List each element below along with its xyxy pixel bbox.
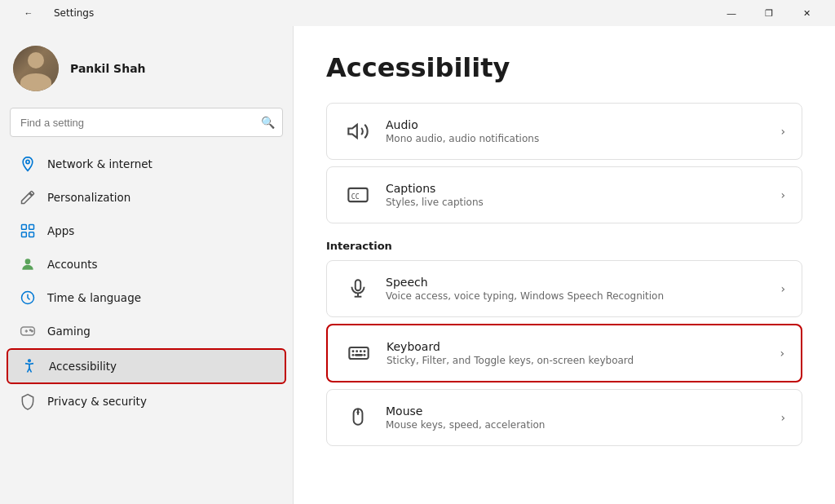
search-icon: 🔍 bbox=[261, 116, 275, 129]
sidebar-item-privacy[interactable]: Privacy & security bbox=[7, 385, 286, 418]
apps-icon bbox=[20, 223, 36, 239]
speech-icon bbox=[343, 274, 373, 303]
captions-icon: CC bbox=[343, 180, 373, 210]
settings-card-speech[interactable]: Speech Voice access, voice typing, Windo… bbox=[326, 260, 802, 317]
svg-rect-16 bbox=[356, 280, 361, 290]
main-content: Accessibility Audio Mono audio, audio no… bbox=[294, 26, 835, 504]
sidebar-item-label: Apps bbox=[47, 224, 74, 237]
keyboard-card-text: Keyboard Sticky, Filter, and Toggle keys… bbox=[387, 340, 770, 366]
titlebar: ← Settings — ❐ ✕ bbox=[0, 0, 835, 26]
page-title: Accessibility bbox=[326, 52, 802, 83]
settings-card-audio[interactable]: Audio Mono audio, audio notifications › bbox=[326, 103, 802, 160]
back-button[interactable]: ← bbox=[10, 0, 47, 26]
sidebar-item-label: Accounts bbox=[47, 258, 98, 271]
avatar-image bbox=[13, 46, 59, 91]
captions-card-title: Captions bbox=[386, 182, 771, 195]
mouse-icon bbox=[343, 403, 373, 432]
sidebar-item-accounts[interactable]: Accounts bbox=[7, 248, 286, 281]
chevron-right-icon: › bbox=[780, 347, 784, 360]
minimize-button[interactable]: — bbox=[713, 0, 750, 26]
search-box: 🔍 bbox=[10, 108, 283, 137]
network-icon bbox=[20, 156, 36, 172]
svg-rect-1 bbox=[22, 225, 27, 230]
sidebar-item-gaming[interactable]: Gaming bbox=[7, 315, 286, 347]
sidebar: Pankil Shah 🔍 Network & internet bbox=[0, 26, 294, 504]
titlebar-controls: — ❐ ✕ bbox=[713, 0, 825, 26]
svg-point-12 bbox=[29, 360, 31, 362]
maximize-button[interactable]: ❐ bbox=[750, 0, 788, 26]
mouse-card-text: Mouse Mouse keys, speed, acceleration bbox=[386, 405, 771, 431]
speech-card-text: Speech Voice access, voice typing, Windo… bbox=[386, 276, 771, 302]
svg-point-29 bbox=[356, 411, 359, 413]
chevron-right-icon: › bbox=[780, 188, 785, 201]
speech-card-subtitle: Voice access, voice typing, Windows Spee… bbox=[386, 290, 771, 302]
captions-card-text: Captions Styles, live captions bbox=[386, 182, 771, 208]
svg-text:CC: CC bbox=[351, 192, 360, 201]
sidebar-item-label: Accessibility bbox=[49, 360, 117, 373]
chevron-right-icon: › bbox=[780, 125, 785, 138]
settings-card-keyboard[interactable]: Keyboard Sticky, Filter, and Toggle keys… bbox=[326, 324, 802, 382]
svg-point-0 bbox=[26, 160, 29, 163]
accessibility-icon bbox=[21, 358, 38, 374]
svg-rect-19 bbox=[349, 347, 368, 359]
titlebar-left: ← Settings bbox=[10, 0, 94, 26]
user-section: Pankil Shah bbox=[0, 36, 293, 108]
sidebar-item-label: Personalization bbox=[47, 191, 130, 204]
sidebar-item-network[interactable]: Network & internet bbox=[7, 148, 286, 180]
personalization-icon bbox=[20, 189, 36, 206]
audio-icon bbox=[343, 117, 373, 146]
chevron-right-icon: › bbox=[780, 411, 785, 424]
settings-card-captions[interactable]: CC Captions Styles, live captions › bbox=[326, 166, 802, 223]
svg-rect-2 bbox=[29, 225, 34, 230]
titlebar-title: Settings bbox=[54, 7, 94, 19]
sidebar-item-label: Time & language bbox=[47, 291, 141, 304]
sidebar-item-label: Network & internet bbox=[47, 157, 152, 170]
nav-items: Network & internet Personalization bbox=[0, 147, 293, 494]
svg-rect-3 bbox=[22, 232, 27, 237]
sidebar-item-apps[interactable]: Apps bbox=[7, 214, 286, 247]
gaming-icon bbox=[20, 323, 36, 339]
keyboard-card-subtitle: Sticky, Filter, and Toggle keys, on-scre… bbox=[387, 355, 770, 366]
avatar bbox=[13, 46, 59, 91]
svg-marker-13 bbox=[348, 125, 357, 138]
audio-card-text: Audio Mono audio, audio notifications bbox=[386, 118, 771, 144]
privacy-icon bbox=[20, 393, 36, 409]
keyboard-card-title: Keyboard bbox=[387, 340, 770, 353]
sidebar-item-label: Gaming bbox=[47, 325, 91, 338]
svg-rect-4 bbox=[29, 232, 34, 237]
sidebar-item-accessibility[interactable]: Accessibility bbox=[7, 348, 286, 384]
audio-card-subtitle: Mono audio, audio notifications bbox=[386, 133, 771, 144]
sidebar-item-label: Privacy & security bbox=[47, 395, 147, 408]
svg-point-5 bbox=[25, 259, 31, 264]
sidebar-item-personalization[interactable]: Personalization bbox=[7, 181, 286, 214]
audio-card-title: Audio bbox=[386, 118, 771, 131]
close-button[interactable]: ✕ bbox=[788, 0, 825, 26]
mouse-card-subtitle: Mouse keys, speed, acceleration bbox=[386, 419, 771, 431]
svg-point-11 bbox=[32, 330, 33, 332]
mouse-card-title: Mouse bbox=[386, 405, 771, 418]
interaction-section-label: Interaction bbox=[326, 240, 802, 252]
svg-point-10 bbox=[30, 329, 32, 331]
speech-card-title: Speech bbox=[386, 276, 771, 289]
user-name: Pankil Shah bbox=[70, 62, 146, 75]
settings-card-mouse[interactable]: Mouse Mouse keys, speed, acceleration › bbox=[326, 389, 802, 446]
captions-card-subtitle: Styles, live captions bbox=[386, 197, 771, 208]
app-body: Pankil Shah 🔍 Network & internet bbox=[0, 26, 835, 504]
chevron-right-icon: › bbox=[780, 282, 785, 295]
sidebar-item-time[interactable]: Time & language bbox=[7, 281, 286, 314]
search-input[interactable] bbox=[10, 108, 283, 137]
accounts-icon bbox=[20, 256, 36, 272]
keyboard-icon bbox=[344, 338, 373, 368]
time-icon bbox=[20, 290, 36, 306]
